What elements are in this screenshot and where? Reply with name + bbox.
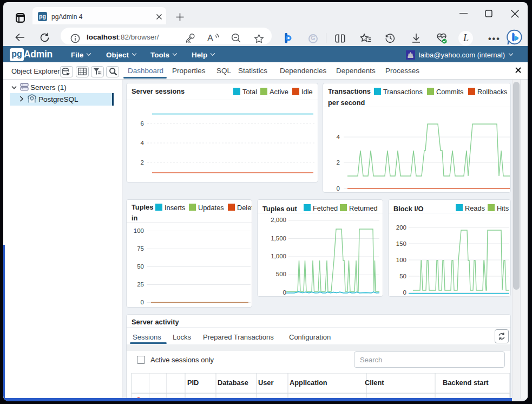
svg-text:A: A: [207, 33, 213, 43]
